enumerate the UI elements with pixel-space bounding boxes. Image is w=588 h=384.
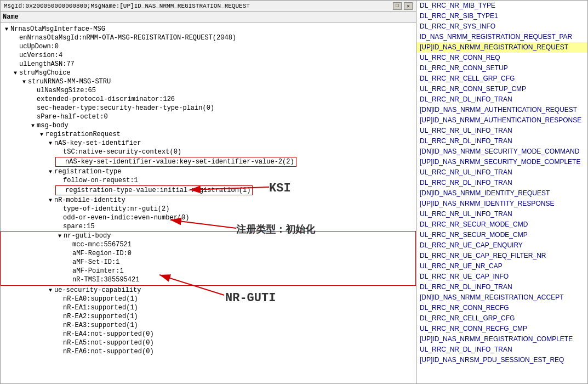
tree-expander[interactable]: ▼	[29, 123, 37, 129]
tree-expander[interactable]: ▼	[3, 26, 10, 32]
tree-node[interactable]: sec-header-type:security-header-type-pla…	[1, 104, 416, 112]
tree-expander[interactable]: ▼	[12, 70, 19, 76]
minimize-button[interactable]: □	[393, 2, 402, 10]
right-panel-item[interactable]: [DN]ID_NAS_NRMM_AUTHENTICATION_REQUEST	[416, 105, 587, 115]
right-panel-item[interactable]: [UP]ID_NAS_NRMM_SECURITY_MODE_COMPLETE	[416, 157, 587, 167]
tree-node-text: nR-EA1:supported(1)	[63, 304, 138, 312]
tree-node[interactable]: tSC:native-security-context(0)	[1, 148, 416, 156]
tree-node[interactable]: registration-type-value:initial-registra…	[1, 185, 416, 196]
right-panel-item[interactable]: UL_RRC_NR_UL_INFO_TRAN	[416, 126, 587, 136]
tree-node[interactable]: aMF-Region-ID:0	[1, 249, 415, 258]
right-panel-item[interactable]: DL_RRC_NR_UE_CAP_REQ_FILTER_NR	[416, 251, 587, 261]
boxed-value: registration-type-value:initial-registra…	[55, 185, 253, 195]
right-panel-item[interactable]: DL_RRC_NR_SIB_TYPE1	[416, 11, 587, 21]
tree-node[interactable]: nR-EA2:supported(1)	[1, 312, 416, 321]
tree-node[interactable]: ▼struNRNAS-MM-MSG-STRU	[1, 77, 416, 86]
tree-node[interactable]: nR-EA5:not-supported(0)	[1, 338, 416, 347]
right-panel-item[interactable]: ID_NAS_NRMM_REGISTRATION_REQUEST_PAR	[416, 32, 587, 42]
tree-node[interactable]: ▼registration-type	[1, 167, 416, 176]
tree-node-text: nR-EA0:supported(1)	[63, 295, 138, 303]
tree-node[interactable]: spare:15	[1, 222, 416, 231]
tree-node[interactable]: ▼nR-mobile-identity	[1, 196, 416, 205]
tree-expander[interactable]: ▼	[47, 169, 54, 175]
right-panel-item[interactable]: UL_RRC_NR_CONN_RECFG_CMP	[416, 324, 587, 334]
right-panel-item[interactable]: DL_RRC_NR_CELL_GRP_CFG	[416, 313, 587, 324]
right-panel-item[interactable]: UL_RRC_NR_SECUR_MODE_CMP	[416, 230, 587, 240]
tree-node-text: registrationRequest	[45, 131, 121, 138]
boxed-value: nAS-key-set-identifier-value:key-set-ide…	[55, 157, 296, 167]
right-panel-item[interactable]: [UP]ID_NAS_NRMM_AUTHENTICATION_RESPONSE	[416, 115, 587, 126]
tree-node[interactable]: ▼struMsgChoice	[1, 69, 416, 77]
tree-expander[interactable]: ▼	[56, 233, 64, 239]
tree-node-text: ucUpDown:0	[19, 43, 59, 50]
right-panel-item[interactable]: UL_RRC_NR_DL_INFO_TRAN	[416, 345, 587, 355]
tree-node-text: nAS-key-set-identifier	[54, 139, 141, 147]
tree-node[interactable]: sPare-half-octet:0	[1, 112, 416, 121]
tree-expander[interactable]: ▼	[47, 197, 54, 204]
right-panel-item[interactable]: UL_RRC_NR_CONN_SETUP_CMP	[416, 84, 587, 94]
right-panel-item[interactable]: DL_RRC_NR_DL_INFO_TRAN	[416, 178, 587, 188]
right-panel-item[interactable]: DL_RRC_NR_UE_CAP_INFO	[416, 272, 587, 282]
tree-node[interactable]: aMF-Set-ID:1	[1, 258, 415, 267]
tree-node[interactable]: extended-protocol-discriminator:126	[1, 95, 416, 104]
tree-node[interactable]: nAS-key-set-identifier-value:key-set-ide…	[1, 156, 416, 167]
tree-expander[interactable]: ▼	[47, 287, 54, 293]
right-panel-item[interactable]: DL_RRC_NR_DL_INFO_TRAN	[416, 136, 587, 146]
right-panel-item[interactable]: [UP]ID_NAS_NRSM_PDU_SESSION_EST_REQ	[416, 355, 587, 365]
right-panel-item[interactable]: DL_RRC_NR_CONN_SETUP	[416, 63, 587, 74]
tree-node[interactable]: ▼ue-security-capability	[1, 286, 416, 295]
tree-node[interactable]: nR-EA1:supported(1)	[1, 303, 416, 312]
tree-expander[interactable]: ▼	[38, 132, 45, 138]
tree-node[interactable]: enNrnasOtaMsgId:nRMM-OTA-MSG-REGISTRATIO…	[1, 33, 416, 42]
right-panel-item[interactable]: [DN]ID_NAS_NRMM_REGISTRATION_ACCEPT	[416, 292, 587, 303]
tree-node[interactable]: ▼msg-body	[1, 121, 416, 130]
tree-node[interactable]: nR-EA6:not-supported(0)	[1, 347, 416, 356]
tree-node-text: ucVersion:4	[19, 52, 62, 59]
tree-node[interactable]: nR-TMSI:385595421	[1, 275, 415, 284]
right-panel-item[interactable]: UL_RRC_NR_UE_NR_CAP	[416, 261, 587, 272]
tree-node[interactable]: nR-EA4:not-supported(0)	[1, 330, 416, 338]
tree-node[interactable]: ▼nAS-key-set-identifier	[1, 139, 416, 148]
tree-node[interactable]: aMF-Pointer:1	[1, 267, 415, 275]
right-panel-item[interactable]: UL_RRC_NR_CONN_REQ	[416, 53, 587, 63]
right-panel-item[interactable]: [UP]ID_NAS_NRMM_IDENTITY_RESPONSE	[416, 199, 587, 209]
right-panel-item[interactable]: UL_RRC_NR_UL_INFO_TRAN	[416, 167, 587, 178]
close-button[interactable]: ✕	[404, 2, 413, 10]
tree-node[interactable]: ulLengthASN:77	[1, 60, 416, 69]
right-panel-item[interactable]: DL_RRC_NR_SYS_INFO	[416, 21, 587, 32]
tree-node[interactable]: ▼NrnasOtaMsgInterface-MSG	[1, 25, 416, 33]
right-panel-item[interactable]: [UP]ID_NAS_NRMM_REGISTRATION_COMPLETE	[416, 334, 587, 345]
tree-node[interactable]: nR-EA0:supported(1)	[1, 295, 416, 303]
right-panel-item[interactable]: DL_RRC_NR_DL_INFO_TRAN	[416, 282, 587, 292]
right-panel-item[interactable]: [UP]ID_NAS_NRMM_REGISTRATION_REQUEST	[416, 42, 587, 53]
tree-node[interactable]: ▼registrationRequest	[1, 130, 416, 139]
tree-node-text: ulNasMsgSize:65	[37, 87, 96, 94]
tree-node-text: aMF-Set-ID:1	[72, 258, 119, 266]
tree-expander[interactable]: ▼	[47, 140, 54, 146]
tree-node[interactable]: type-of-identity:nr-guti(2)	[1, 205, 416, 213]
tree-node-text: nr-guti-body	[64, 232, 111, 240]
right-panel-item[interactable]: DL_RRC_NR_SECUR_MODE_CMD	[416, 219, 587, 230]
right-panel-item[interactable]: DL_RRC_NR_CONN_RECFG	[416, 303, 587, 313]
right-panel-item[interactable]: DL_RRC_NR_CELL_GRP_CFG	[416, 74, 587, 84]
tree-container[interactable]: KSI 注册类型：初始化 NR-GUTI ▼NrnasOtaMsgInterfa…	[1, 22, 416, 383]
right-panel-item[interactable]: DL_RRC_NR_UE_CAP_ENQUIRY	[416, 240, 587, 251]
tree-node[interactable]: ucUpDown:0	[1, 42, 416, 51]
tree-node[interactable]: follow-on-request:1	[1, 176, 416, 185]
tree-node[interactable]: ulNasMsgSize:65	[1, 86, 416, 95]
right-panel-item[interactable]: UL_RRC_NR_UL_INFO_TRAN	[416, 209, 587, 219]
tree-node[interactable]: ucVersion:4	[1, 51, 416, 60]
tree-node-text: nR-mobile-identity	[54, 196, 125, 204]
tree-expander[interactable]: ▼	[20, 79, 28, 85]
tree-node-text: type-of-identity:nr-guti(2)	[63, 205, 169, 213]
right-panel-item[interactable]: [DN]ID_NAS_NRMM_SECURITY_MODE_COMMAND	[416, 146, 587, 157]
tree-node[interactable]: odd-or-even-indic:even-number(0)	[1, 213, 416, 222]
tree-node[interactable]: mcc-mnc:5567521	[1, 240, 415, 249]
tree-node[interactable]: nR-EA3:supported(1)	[1, 321, 416, 330]
right-panel-item[interactable]: DL_RRC_NR_MIB_TYPE	[416, 1, 587, 11]
right-panel-item[interactable]: DL_RRC_NR_DL_INFO_TRAN	[416, 94, 587, 105]
right-panel-item[interactable]: [DN]ID_NAS_NRMM_IDENTITY_REQUEST	[416, 188, 587, 199]
left-panel: MsgId:0x200050000000800;MsgName:[UP]ID_N…	[0, 0, 416, 384]
tree-node[interactable]: ▼nr-guti-body	[1, 231, 415, 240]
right-panel: DL_RRC_NR_MIB_TYPEDL_RRC_NR_SIB_TYPE1DL_…	[416, 0, 588, 384]
